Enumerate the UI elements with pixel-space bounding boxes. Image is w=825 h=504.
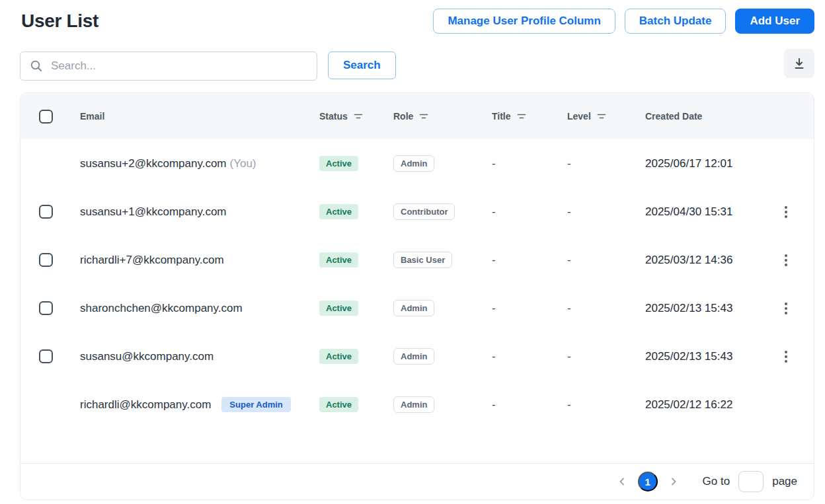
- column-header-email: Email: [80, 111, 319, 122]
- level-value: -: [567, 205, 645, 219]
- kebab-menu-icon[interactable]: [782, 252, 790, 269]
- role-tag: Admin: [393, 155, 434, 172]
- level-value: -: [567, 398, 645, 412]
- you-indicator: (You): [230, 157, 256, 170]
- manage-user-profile-column-button[interactable]: Manage User Profile Column: [433, 9, 615, 34]
- page-unit-label: page: [772, 475, 797, 488]
- search-icon: [30, 59, 43, 73]
- goto-page-input[interactable]: [738, 471, 764, 492]
- kebab-menu-icon[interactable]: [782, 348, 790, 365]
- export-button[interactable]: [784, 49, 814, 78]
- level-value: -: [567, 157, 645, 170]
- table-row: richardli@kkcompany.com Super Admin Acti…: [20, 380, 814, 429]
- table-row: susansu+2@kkcompany.com (You) Active Adm…: [20, 139, 814, 188]
- title-value: -: [492, 398, 567, 412]
- goto-page-group: Go to page: [703, 471, 797, 492]
- table-row: sharonchchen@kkcompany.com Active Admin …: [20, 284, 814, 332]
- page-number-button[interactable]: 1: [638, 472, 658, 491]
- row-checkbox[interactable]: [39, 349, 53, 363]
- column-header-created-date: Created Date: [645, 111, 771, 122]
- created-date: 2025/04/30 15:31: [645, 205, 771, 219]
- status-badge: Active: [319, 397, 358, 412]
- table-row: richardli+7@kkcompany.com Active Basic U…: [20, 236, 814, 284]
- download-icon: [793, 57, 806, 70]
- created-date: 2025/03/12 14:36: [645, 254, 771, 267]
- add-user-button[interactable]: Add User: [735, 9, 814, 34]
- search-button[interactable]: Search: [328, 52, 396, 79]
- level-value: -: [567, 254, 645, 267]
- table-row: susansu+1@kkcompany.com Active Contribut…: [20, 188, 814, 236]
- level-value: -: [567, 302, 645, 315]
- title-value: -: [492, 205, 567, 219]
- status-badge: Active: [319, 301, 358, 316]
- chevron-left-icon[interactable]: [617, 476, 627, 487]
- search-input[interactable]: [50, 59, 307, 73]
- created-date: 2025/02/13 15:43: [645, 350, 771, 363]
- table-row: susansu@kkcompany.com Active Admin - - 2…: [20, 332, 814, 380]
- column-header-role: Role: [393, 111, 492, 122]
- role-tag: Admin: [393, 396, 434, 413]
- row-checkbox[interactable]: [39, 301, 53, 315]
- filter-icon[interactable]: [517, 113, 526, 120]
- filter-icon[interactable]: [354, 113, 363, 120]
- column-header-level: Level: [567, 111, 645, 122]
- level-value: -: [567, 350, 645, 363]
- role-tag: Admin: [393, 300, 434, 316]
- column-header-status: Status: [319, 111, 393, 122]
- kebab-menu-icon[interactable]: [782, 203, 790, 221]
- batch-update-button[interactable]: Batch Update: [625, 9, 727, 34]
- row-checkbox[interactable]: [39, 205, 53, 219]
- user-email: richardli@kkcompany.com: [80, 398, 211, 412]
- filter-icon[interactable]: [419, 113, 428, 120]
- status-badge: Active: [319, 252, 358, 268]
- created-date: 2025/06/17 12:01: [645, 157, 771, 170]
- status-badge: Active: [319, 349, 358, 364]
- search-input-container: [20, 52, 317, 81]
- user-table-card: Email Status Role Title Level: [20, 92, 814, 500]
- title-value: -: [492, 254, 567, 267]
- page-title: User List: [21, 9, 98, 34]
- role-tag: Contributor: [393, 203, 455, 220]
- header-actions: Manage User Profile Column Batch Update …: [433, 9, 814, 34]
- select-all-checkbox[interactable]: [39, 110, 53, 124]
- created-date: 2025/02/13 15:43: [645, 302, 771, 315]
- table-header: Email Status Role Title Level: [20, 93, 814, 139]
- kebab-menu-icon[interactable]: [782, 300, 790, 317]
- user-email: richardli+7@kkcompany.com: [80, 254, 224, 267]
- table-body: susansu+2@kkcompany.com (You) Active Adm…: [20, 139, 814, 463]
- role-tag: Admin: [393, 348, 434, 365]
- user-email: susansu+2@kkcompany.com: [80, 157, 227, 170]
- role-tag: Basic User: [393, 252, 452, 268]
- table-footer: 1 Go to page: [20, 463, 814, 499]
- user-email: susansu@kkcompany.com: [80, 350, 214, 363]
- filter-icon[interactable]: [597, 113, 606, 120]
- row-checkbox[interactable]: [39, 253, 53, 267]
- goto-label: Go to: [703, 475, 730, 488]
- user-email: sharonchchen@kkcompany.com: [80, 302, 243, 315]
- title-value: -: [492, 302, 567, 315]
- status-badge: Active: [319, 156, 358, 171]
- super-admin-badge: Super Admin: [221, 397, 290, 412]
- title-value: -: [492, 350, 567, 363]
- user-email: susansu+1@kkcompany.com: [80, 205, 227, 219]
- chevron-right-icon[interactable]: [668, 476, 679, 487]
- column-header-title: Title: [492, 111, 567, 122]
- status-badge: Active: [319, 204, 358, 219]
- title-value: -: [492, 157, 567, 170]
- created-date: 2025/02/12 16:22: [645, 398, 771, 412]
- search-row: Search: [20, 52, 814, 81]
- top-bar: User List Manage User Profile Column Bat…: [0, 0, 825, 34]
